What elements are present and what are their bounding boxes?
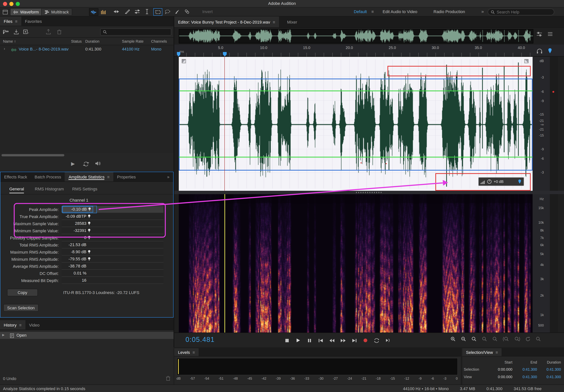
view-start-value[interactable]: 0:00.000 (486, 375, 512, 379)
delete-icon[interactable] (57, 29, 62, 34)
fade-in-handle[interactable] (182, 59, 186, 63)
slip-tool-button[interactable] (134, 9, 140, 14)
help-search-input[interactable] (497, 10, 545, 14)
stat-row-total-rms[interactable]: Total RMS Amplitude: -21.53 dB (2, 241, 170, 248)
stat-row-clipped-samples[interactable]: Possibly Clipped Samples: 0 (2, 234, 170, 241)
hud-gain-control[interactable]: +0 dB (478, 177, 524, 186)
skip-selection-button[interactable] (383, 336, 393, 345)
panel-menu-icon[interactable]: ≡ (495, 350, 498, 355)
workspace-default-button[interactable]: Default (354, 9, 367, 14)
export-icon[interactable] (46, 29, 51, 34)
monitor-headphones-icon[interactable] (536, 48, 543, 54)
stat-row-min-rms[interactable]: Minimum RMS Amplitude: -79.55 dB (2, 255, 170, 263)
tab-mixer[interactable]: Mixer (283, 16, 301, 27)
stat-row-dc-offset[interactable]: DC Offset: 0.01 % (2, 270, 170, 277)
level-meter[interactable] (177, 358, 458, 375)
col-sample-rate[interactable]: Sample Rate (122, 39, 144, 43)
files-hscrollbar[interactable] (1, 154, 64, 156)
scan-selection-button[interactable]: Scan Selection (3, 304, 39, 312)
lamp-icon[interactable] (86, 214, 92, 219)
rewind-button[interactable] (327, 336, 337, 345)
preview-play-button[interactable]: ▶ (71, 161, 75, 167)
panel-icon[interactable] (3, 9, 8, 14)
subtab-general[interactable]: General (9, 187, 24, 193)
pin-icon[interactable] (548, 48, 552, 54)
loop-playback-button[interactable] (372, 336, 382, 345)
hud-gain-value[interactable]: +0 dB (494, 180, 504, 184)
stat-row-avg-rms[interactable]: Average RMS Amplitude: -38.78 dB (2, 263, 170, 270)
zoom-reset-button[interactable] (525, 336, 531, 342)
paintbrush-selection-tool-button[interactable] (175, 9, 180, 14)
tab-editor[interactable]: Editor: Voice Bunny Test Project - 8-Dec… (174, 16, 279, 27)
col-channels[interactable]: Channels (151, 39, 167, 43)
zoom-time-button[interactable] (471, 336, 477, 342)
files-search-input[interactable] (109, 30, 165, 34)
selection-end-value[interactable]: 0:41.300 (512, 367, 537, 371)
move-tool-button[interactable] (113, 9, 119, 14)
disclosure-icon[interactable]: › (4, 46, 5, 51)
stop-button[interactable] (282, 336, 292, 345)
panel-menu-icon[interactable]: ≡ (19, 323, 22, 327)
stat-row-min-sample[interactable]: Minimum Sample Value: -32391 (2, 227, 170, 234)
selection-start-value[interactable]: 0:00.000 (486, 367, 512, 371)
disclosure-item-icon[interactable]: ▶ (2, 333, 4, 337)
selection-duration-value[interactable]: 0:41.300 (537, 367, 561, 371)
skip-to-end-button[interactable] (349, 336, 359, 345)
amplitude-ruler[interactable]: dB -3 -6 -9 -15 -21 -∞ -21 -15 -9 -6 -3 (533, 57, 550, 191)
zoom-amplitude-button[interactable] (482, 336, 487, 342)
fade-out-handle[interactable] (524, 59, 528, 63)
tab-batch-process[interactable]: Batch Process (31, 172, 65, 182)
tab-files[interactable]: Files≡ (0, 16, 21, 26)
range-icon[interactable] (536, 31, 542, 36)
tab-properties[interactable]: Properties (113, 172, 139, 182)
subtab-rms-settings[interactable]: RMS Settings (72, 187, 97, 191)
stat-row-max-sample[interactable]: Maximum Sample Value: 28583 (2, 220, 170, 227)
tab-effects-rack[interactable]: Effects Rack (0, 172, 31, 182)
marquee-selection-tool-button[interactable] (153, 8, 162, 16)
tab-video[interactable]: Video (25, 320, 43, 330)
lamp-icon[interactable] (86, 249, 92, 254)
view-duration-value[interactable]: 0:41.300 (537, 375, 561, 379)
panel-splitter[interactable] (174, 191, 564, 194)
view-spectral-toggle[interactable] (99, 8, 108, 16)
pause-button[interactable] (304, 336, 314, 345)
lamp-icon[interactable] (86, 256, 92, 261)
col-duration[interactable]: Duration (85, 39, 99, 43)
frequency-ruler[interactable]: Hz 15k 10k 8k 7k 6k 5k 4k 3k 2k 1k 500 (533, 194, 550, 333)
overview-menu-icon[interactable] (548, 31, 553, 36)
waveform-overview[interactable] (179, 29, 533, 43)
lamp-icon[interactable] (86, 221, 92, 226)
tab-history[interactable]: History≡ (0, 320, 25, 330)
playhead-line[interactable] (224, 56, 225, 191)
history-delete-icon[interactable] (166, 376, 171, 381)
skip-to-start-button[interactable] (316, 336, 325, 345)
time-display[interactable]: 0:05.481 (186, 336, 215, 344)
panel-overflow-icon[interactable]: » (164, 172, 173, 182)
waveform-mode-button[interactable]: Waveform (10, 8, 42, 16)
lamp-icon[interactable] (86, 228, 92, 233)
tab-levels[interactable]: Levels≡ (174, 348, 199, 356)
import-file-icon[interactable] (14, 29, 19, 34)
record-button[interactable] (360, 336, 370, 345)
spectrogram-canvas[interactable] (179, 194, 533, 333)
stat-row-bit-depth[interactable]: Measured Bit Depth: 16 (2, 277, 170, 284)
panel-menu-icon[interactable]: ≡ (107, 175, 110, 179)
fast-forward-button[interactable] (338, 336, 348, 345)
multitrack-mode-button[interactable]: Multitrack (41, 8, 72, 16)
history-item-open[interactable]: ▶ Open (0, 332, 174, 339)
editor-vscrollbar[interactable] (550, 57, 558, 191)
panel-menu-icon[interactable]: ≡ (193, 350, 195, 355)
workspace-overflow-icon[interactable]: » (481, 9, 484, 14)
zoom-selection-button[interactable] (492, 336, 498, 342)
gain-knob-icon[interactable] (487, 179, 492, 184)
loop-playback-icon[interactable] (83, 161, 89, 166)
zoom-selection-right-button[interactable] (514, 336, 520, 342)
stat-row-true-peak[interactable]: True Peak Amplitude: -0.09 dBTP (2, 213, 170, 220)
panel-menu-icon[interactable]: ≡ (273, 20, 275, 24)
panel-menu-icon[interactable]: ≡ (15, 19, 17, 24)
zoom-full-button[interactable] (536, 336, 541, 342)
new-item-icon[interactable] (23, 29, 29, 34)
hud-pin-icon[interactable] (518, 179, 522, 184)
invert-button[interactable]: Invert (202, 9, 213, 14)
zoom-in-button[interactable] (450, 336, 456, 342)
